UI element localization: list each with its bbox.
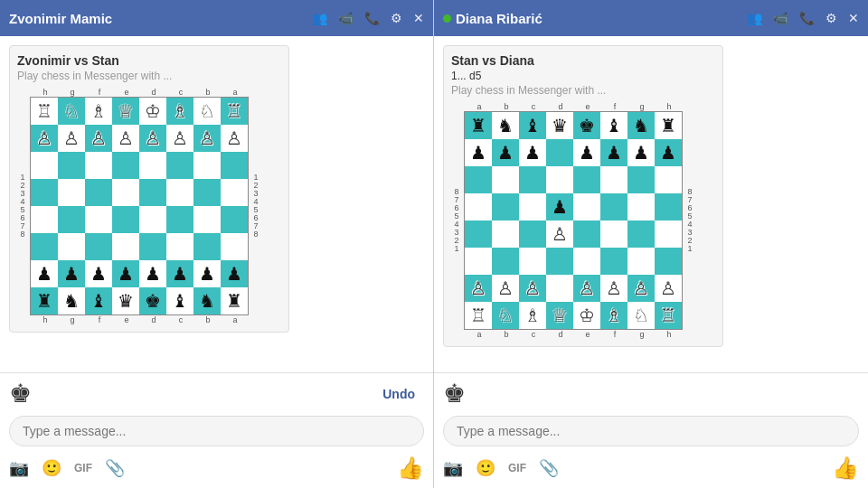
board1-cell-r7-c6[interactable]: ♞ bbox=[193, 287, 221, 314]
board2-cell-r5-c2[interactable] bbox=[519, 248, 546, 275]
board2-cell-r7-c4[interactable]: ♔ bbox=[573, 302, 600, 329]
board2-cell-r5-c7[interactable] bbox=[655, 248, 682, 275]
camera-icon-2[interactable]: 📷 bbox=[443, 458, 463, 478]
board2-cell-r0-c0[interactable]: ♜ bbox=[465, 112, 492, 139]
board2-cell-r6-c1[interactable]: ♙ bbox=[492, 275, 519, 302]
board1-cell-r1-c1[interactable]: ♙ bbox=[58, 125, 85, 152]
close-icon[interactable]: ✕ bbox=[413, 11, 424, 25]
board1-cell-r5-c6[interactable] bbox=[193, 233, 221, 260]
board2-cell-r2-c0[interactable] bbox=[465, 166, 492, 193]
board2-cell-r7-c0[interactable]: ♖ bbox=[465, 302, 492, 329]
board1-cell-r7-c4[interactable]: ♚ bbox=[139, 287, 166, 314]
board2-cell-r4-c6[interactable] bbox=[627, 221, 655, 248]
board2-cell-r2-c2[interactable] bbox=[519, 166, 546, 193]
board1-cell-r3-c3[interactable] bbox=[112, 179, 139, 206]
board1-cell-r3-c4[interactable] bbox=[139, 179, 166, 206]
board1-cell-r5-c3[interactable] bbox=[112, 233, 139, 260]
board1-cell-r3-c7[interactable] bbox=[221, 179, 248, 206]
board2-cell-r6-c0[interactable]: ♙ bbox=[465, 275, 492, 302]
board2-cell-r3-c5[interactable] bbox=[600, 193, 627, 221]
message-input-2[interactable] bbox=[443, 416, 859, 446]
board1-cell-r4-c3[interactable] bbox=[112, 206, 139, 233]
board2-cell-r5-c4[interactable] bbox=[573, 248, 600, 275]
board2-cell-r4-c3[interactable]: ♙ bbox=[546, 221, 573, 248]
board1-cell-r6-c0[interactable]: ♟ bbox=[31, 260, 58, 287]
board1-cell-r4-c6[interactable] bbox=[193, 206, 221, 233]
board2-cell-r1-c0[interactable]: ♟ bbox=[465, 139, 492, 166]
board2-cell-r1-c6[interactable]: ♟ bbox=[627, 139, 655, 166]
board2-cell-r1-c7[interactable]: ♟ bbox=[655, 139, 682, 166]
board1-cell-r4-c1[interactable] bbox=[58, 206, 85, 233]
board2-cell-r4-c2[interactable] bbox=[519, 221, 546, 248]
like-button-2[interactable]: 👍 bbox=[832, 455, 859, 481]
board1-cell-r2-c1[interactable] bbox=[58, 152, 85, 179]
board1-cell-r1-c4[interactable]: ♙ bbox=[139, 125, 166, 152]
attach-icon-1[interactable]: 📎 bbox=[105, 458, 125, 478]
board1-cell-r7-c1[interactable]: ♞ bbox=[58, 287, 85, 314]
board2-cell-r1-c3[interactable] bbox=[546, 139, 573, 166]
board1-cell-r6-c1[interactable]: ♟ bbox=[58, 260, 85, 287]
board1-cell-r7-c3[interactable]: ♛ bbox=[112, 287, 139, 314]
board2-cell-r3-c6[interactable] bbox=[627, 193, 655, 221]
emoji-icon-2[interactable]: 🙂 bbox=[476, 458, 495, 478]
board1-cell-r3-c2[interactable] bbox=[85, 179, 112, 206]
add-friend-icon-2[interactable]: 👥 bbox=[747, 11, 762, 25]
board1-cell-r0-c1[interactable]: ♘ bbox=[58, 98, 85, 125]
board2-cell-r6-c6[interactable]: ♙ bbox=[627, 275, 655, 302]
board2-cell-r1-c5[interactable]: ♟ bbox=[600, 139, 627, 166]
board2-cell-r6-c3[interactable] bbox=[546, 275, 573, 302]
board1-cell-r0-c2[interactable]: ♗ bbox=[85, 98, 112, 125]
board2-cell-r3-c1[interactable] bbox=[492, 193, 519, 221]
board2-cell-r3-c2[interactable] bbox=[519, 193, 546, 221]
board1-cell-r6-c3[interactable]: ♟ bbox=[112, 260, 139, 287]
board2-cell-r7-c7[interactable]: ♖ bbox=[655, 302, 682, 329]
board2-cell-r6-c4[interactable]: ♙ bbox=[573, 275, 600, 302]
board2-cell-r2-c5[interactable] bbox=[600, 166, 627, 193]
gif-button-1[interactable]: GIF bbox=[74, 462, 92, 474]
board1-cell-r2-c3[interactable] bbox=[112, 152, 139, 179]
board2-cell-r0-c4[interactable]: ♚ bbox=[573, 112, 600, 139]
board2-cell-r0-c1[interactable]: ♞ bbox=[492, 112, 519, 139]
board2-cell-r4-c1[interactable] bbox=[492, 221, 519, 248]
board1-cell-r2-c4[interactable] bbox=[139, 152, 166, 179]
board2-cell-r5-c5[interactable] bbox=[600, 248, 627, 275]
board2-cell-r2-c7[interactable] bbox=[655, 166, 682, 193]
board2-cell-r3-c0[interactable] bbox=[465, 193, 492, 221]
board2-cell-r6-c5[interactable]: ♙ bbox=[600, 275, 627, 302]
board1-cell-r4-c2[interactable] bbox=[85, 206, 112, 233]
board2-cell-r0-c5[interactable]: ♝ bbox=[600, 112, 627, 139]
board2-cell-r5-c6[interactable] bbox=[627, 248, 655, 275]
board1-cell-r4-c0[interactable] bbox=[31, 206, 58, 233]
board1-cell-r6-c4[interactable]: ♟ bbox=[139, 260, 166, 287]
board2-cell-r1-c2[interactable]: ♟ bbox=[519, 139, 546, 166]
board2-cell-r1-c4[interactable]: ♟ bbox=[573, 139, 600, 166]
board2-cell-r0-c7[interactable]: ♜ bbox=[655, 112, 682, 139]
board2-cell-r7-c6[interactable]: ♘ bbox=[627, 302, 655, 329]
board2-cell-r2-c4[interactable] bbox=[573, 166, 600, 193]
board1-cell-r2-c6[interactable] bbox=[193, 152, 221, 179]
board1-cell-r0-c5[interactable]: ♗ bbox=[166, 98, 193, 125]
board1-cell-r7-c5[interactable]: ♝ bbox=[166, 287, 193, 314]
board1-cell-r4-c4[interactable] bbox=[139, 206, 166, 233]
board1-cell-r6-c7[interactable]: ♟ bbox=[221, 260, 248, 287]
board1-cell-r1-c5[interactable]: ♙ bbox=[166, 125, 193, 152]
board1-cell-r1-c2[interactable]: ♙ bbox=[85, 125, 112, 152]
board1-cell-r1-c7[interactable]: ♙ bbox=[221, 125, 248, 152]
board2-cell-r1-c1[interactable]: ♟ bbox=[492, 139, 519, 166]
board1-cell-r4-c7[interactable] bbox=[221, 206, 248, 233]
board2-cell-r5-c0[interactable] bbox=[465, 248, 492, 275]
board2-cell-r0-c3[interactable]: ♛ bbox=[546, 112, 573, 139]
close-icon-2[interactable]: ✕ bbox=[848, 11, 859, 25]
board1-cell-r5-c0[interactable] bbox=[31, 233, 58, 260]
board1-cell-r3-c5[interactable] bbox=[166, 179, 193, 206]
add-friend-icon[interactable]: 👥 bbox=[312, 11, 327, 25]
gear-icon-2[interactable]: ⚙ bbox=[826, 11, 837, 25]
emoji-icon-1[interactable]: 🙂 bbox=[42, 458, 61, 478]
board2-cell-r7-c1[interactable]: ♘ bbox=[492, 302, 519, 329]
board2-cell-r3-c4[interactable] bbox=[573, 193, 600, 221]
board1-cell-r5-c1[interactable] bbox=[58, 233, 85, 260]
board1-cell-r0-c3[interactable]: ♕ bbox=[112, 98, 139, 125]
board1-cell-r2-c0[interactable] bbox=[31, 152, 58, 179]
board1-cell-r0-c4[interactable]: ♔ bbox=[139, 98, 166, 125]
board2-cell-r5-c3[interactable] bbox=[546, 248, 573, 275]
